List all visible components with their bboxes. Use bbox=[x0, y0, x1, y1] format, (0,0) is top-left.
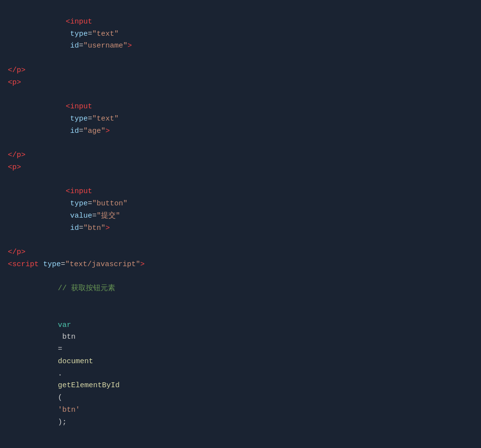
code-editor: <input type="text" id="username"> </p> <… bbox=[0, 0, 481, 448]
code-line: <input type="text" id="username"> bbox=[0, 4, 481, 65]
code-line: <p> bbox=[0, 77, 481, 89]
code-line: <p> bbox=[0, 162, 481, 174]
code-line: </p> bbox=[0, 149, 481, 162]
code-line: // 获取按钮元素 bbox=[0, 271, 481, 307]
code-line: </p> bbox=[0, 247, 481, 259]
code-line: <input type="text" id="age"> bbox=[0, 89, 481, 149]
code-line: </p> bbox=[0, 65, 481, 77]
code-line: var btn = document . getElementById ( 'b… bbox=[0, 307, 481, 441]
code-line: <input type="button" value="提交" id="btn"… bbox=[0, 174, 481, 247]
code-line: <script type="text/javascript"> bbox=[0, 259, 481, 271]
code-line: // 获取姓名文本框 bbox=[0, 441, 481, 448]
